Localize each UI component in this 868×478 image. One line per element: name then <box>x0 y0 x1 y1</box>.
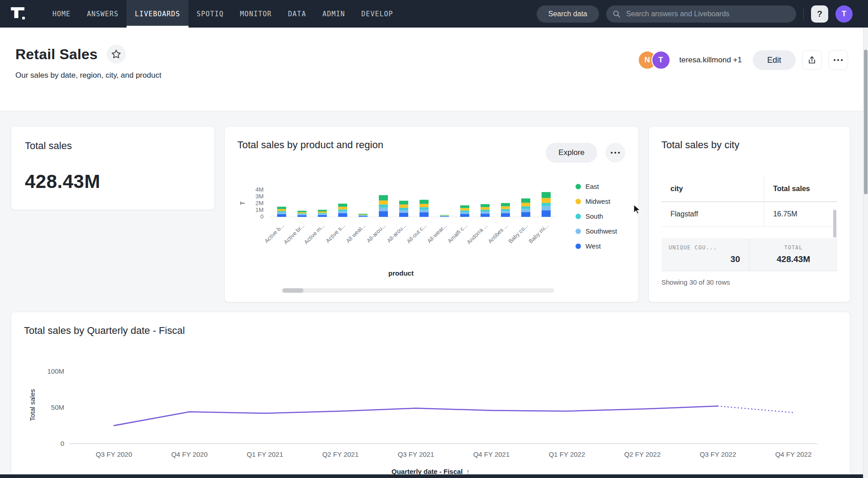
bar-segment-southwest[interactable] <box>481 211 490 214</box>
bar-segment-south[interactable] <box>521 206 530 209</box>
bar-segment-west[interactable] <box>277 214 286 217</box>
bar-segment-east[interactable] <box>460 206 469 208</box>
bar-segment-south[interactable] <box>440 216 449 216</box>
bar-segment-south[interactable] <box>420 207 429 209</box>
nav-item-monitor[interactable]: MONITOR <box>232 0 280 28</box>
bar-segment-east[interactable] <box>481 204 490 207</box>
bar-segment-southwest[interactable] <box>460 212 469 214</box>
bar-segment-southwest[interactable] <box>318 214 327 215</box>
bar-segment-southwest[interactable] <box>277 212 286 214</box>
bar-segment-south[interactable] <box>318 213 327 214</box>
edit-button[interactable]: Edit <box>753 50 796 70</box>
bar-segment-southwest[interactable] <box>501 211 510 213</box>
bar-segment-west[interactable] <box>521 212 530 217</box>
global-search-input[interactable] <box>625 9 790 19</box>
bar-segment-west[interactable] <box>338 213 347 217</box>
bar-segment-midwest[interactable] <box>338 207 347 210</box>
bar-segment-west[interactable] <box>481 214 490 217</box>
nav-item-develop[interactable]: DEVELOP <box>353 0 401 28</box>
owner-avatars[interactable]: NT <box>638 51 670 70</box>
bar-segment-south[interactable] <box>460 211 469 212</box>
thoughtspot-logo-icon[interactable] <box>11 7 27 21</box>
bar-segment-south[interactable] <box>501 209 510 211</box>
bar-segment-south[interactable] <box>297 213 307 214</box>
scrollbar-thumb[interactable] <box>283 288 303 293</box>
bar-segment-midwest[interactable] <box>379 201 388 205</box>
bar-segment-east[interactable] <box>542 192 551 198</box>
bar-segment-east[interactable] <box>318 210 327 211</box>
help-button[interactable]: ? <box>811 5 828 23</box>
table-scrollbar-thumb[interactable] <box>833 210 836 238</box>
stacked-bar-chart[interactable]: 01M2M3M4MActive b...Active br...Active m… <box>238 187 564 266</box>
bar-segment-south[interactable] <box>399 208 408 210</box>
user-avatar[interactable]: T <box>835 5 853 23</box>
total-sales-kpi-card[interactable]: Total sales 428.43M <box>11 126 215 210</box>
line-chart[interactable]: 050M100MQ3 FY 2020Q4 FY 2020Q1 FY 2021Q2… <box>24 348 820 462</box>
bar-segment-midwest[interactable] <box>318 211 327 213</box>
more-options-button[interactable] <box>828 50 848 70</box>
bar-segment-midwest[interactable] <box>420 204 429 207</box>
bar-segment-southwest[interactable] <box>521 209 530 212</box>
bar-segment-midwest[interactable] <box>297 212 307 214</box>
bar-segment-south[interactable] <box>379 205 388 208</box>
bar-segment-west[interactable] <box>460 214 469 217</box>
owner-text[interactable]: teresa.killmond +1 <box>679 56 742 65</box>
chart-horizontal-scrollbar[interactable] <box>282 288 554 293</box>
bar-segment-east[interactable] <box>379 195 388 201</box>
bar-segment-west[interactable] <box>440 216 449 217</box>
bar-segment-west[interactable] <box>318 215 327 217</box>
legend-item-midwest[interactable]: Midwest <box>576 194 617 209</box>
explore-button[interactable]: Explore <box>546 143 597 163</box>
page-scrollbar[interactable] <box>863 28 868 478</box>
bar-segment-southwest[interactable] <box>297 214 307 215</box>
nav-item-liveboards[interactable]: LIVEBOARDS <box>127 0 188 28</box>
page-scrollbar-thumb[interactable] <box>864 50 868 194</box>
nav-item-home[interactable]: HOME <box>44 0 79 28</box>
bar-segment-east[interactable] <box>338 204 347 207</box>
table-row[interactable]: Flagstaff16.75M <box>661 202 837 227</box>
bar-segment-southwest[interactable] <box>359 216 368 216</box>
column-header-total-sales[interactable]: Total sales <box>764 176 837 202</box>
bar-segment-south[interactable] <box>481 210 490 211</box>
bar-segment-west[interactable] <box>359 216 368 217</box>
bar-segment-midwest[interactable] <box>399 205 408 208</box>
bar-segment-west[interactable] <box>399 213 408 217</box>
bar-segment-south[interactable] <box>359 215 368 216</box>
global-search[interactable] <box>606 5 796 23</box>
bar-segment-east[interactable] <box>420 200 429 204</box>
bar-segment-west[interactable] <box>501 213 510 217</box>
bar-segment-southwest[interactable] <box>542 206 551 211</box>
bar-segment-south[interactable] <box>542 203 551 206</box>
bar-segment-west[interactable] <box>420 212 429 217</box>
bar-segment-midwest[interactable] <box>460 208 469 211</box>
bar-segment-east[interactable] <box>399 201 408 204</box>
bar-segment-west[interactable] <box>542 210 551 217</box>
nav-item-answers[interactable]: ANSWERS <box>79 0 127 28</box>
bar-segment-south[interactable] <box>277 211 286 212</box>
bar-segment-midwest[interactable] <box>521 203 530 206</box>
chart-more-options-button[interactable] <box>605 143 625 163</box>
column-header-city[interactable]: city <box>661 176 764 202</box>
legend-item-east[interactable]: East <box>576 179 617 194</box>
bar-segment-west[interactable] <box>379 211 388 217</box>
nav-item-spotiq[interactable]: SPOTIQ <box>189 0 232 28</box>
bar-segment-southwest[interactable] <box>379 208 388 211</box>
bar-segment-east[interactable] <box>501 203 510 206</box>
bar-segment-southwest[interactable] <box>420 210 429 212</box>
bar-segment-midwest[interactable] <box>542 198 551 203</box>
bar-segment-east[interactable] <box>297 211 307 212</box>
bar-segment-midwest[interactable] <box>440 216 449 216</box>
bar-segment-midwest[interactable] <box>359 215 368 215</box>
share-button[interactable] <box>802 50 822 70</box>
bar-segment-west[interactable] <box>297 215 307 217</box>
bar-segment-midwest[interactable] <box>501 206 510 209</box>
bar-segment-midwest[interactable] <box>481 207 490 210</box>
bar-segment-midwest[interactable] <box>277 209 286 211</box>
favorite-button[interactable] <box>107 45 126 64</box>
bar-segment-east[interactable] <box>440 215 449 216</box>
bar-segment-east[interactable] <box>277 207 286 209</box>
legend-item-west[interactable]: West <box>576 239 617 253</box>
bar-segment-southwest[interactable] <box>399 210 408 213</box>
bar-segment-southwest[interactable] <box>440 216 449 216</box>
nav-item-data[interactable]: DATA <box>280 0 314 28</box>
